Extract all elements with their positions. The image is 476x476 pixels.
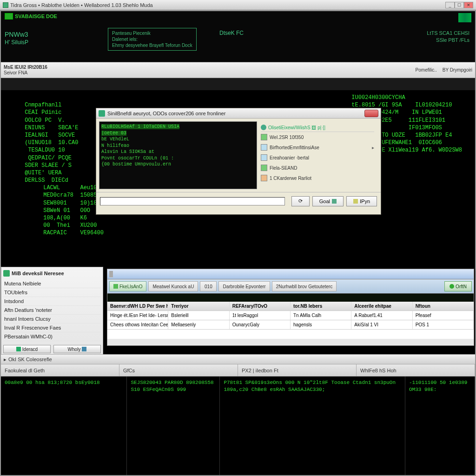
mid-tab-3[interactable]: Darbrobile Epvonterr <box>218 281 270 291</box>
side-btn-1[interactable]: Ideracd <box>3 345 51 353</box>
menu-right-2[interactable]: BY Drympgoiri <box>443 67 472 73</box>
dialog-left-line: Povnt osocarTr COULn (01 : <box>101 155 255 162</box>
globe-icon <box>261 125 266 130</box>
side-panel-title: MiB deveksil Neresee <box>12 271 64 276</box>
app-logo: SVABAISGE DOE <box>5 13 57 20</box>
mid-tab-4[interactable]: 2Nurhwbll brov Getouteterc <box>272 281 337 291</box>
menu-right-1[interactable]: Pomefilic.. <box>416 67 437 73</box>
os-titlebar: Tidra Gross • Rablothe Uelden • Wellabor… <box>0 0 476 10</box>
table-cell: Tn AMla Calh <box>291 311 351 320</box>
dialog-left-line: {00 bostime UHnpvoulu.ern <box>101 161 255 168</box>
check-icon <box>450 284 454 289</box>
close-button[interactable]: ✕ <box>464 2 473 8</box>
dialog-right-item-3[interactable]: Flela-SEAND <box>261 163 374 173</box>
mid-tab-1[interactable]: Meatwel Kunock aU <box>148 281 198 291</box>
table-cell: Bslerieill <box>168 311 229 320</box>
dialog-button-row: ⟳ Goal IPyn <box>96 192 381 210</box>
dialog-right-item-4[interactable]: 1 CKarderwe Rarliot <box>261 173 374 183</box>
side-btn-2-label: Wholy <box>68 347 81 352</box>
bottom-col-0[interactable]: Faokuleal dl Geth <box>1 364 119 376</box>
side-item-6[interactable]: PBersatain WMhC-0) <box>3 332 101 341</box>
side-item-3[interactable]: Aftn Deatlurs 'noteter <box>3 306 101 315</box>
dialog-left-line: N hilifeao <box>101 143 255 149</box>
collapse-icon[interactable]: ▸ <box>4 357 7 363</box>
dialog-left-line: |oetee 03 <box>101 130 255 137</box>
dialog-right-item-0[interactable]: WeI.2SR 10f350 <box>261 132 374 142</box>
logo-text: SVABAISGE DOE <box>15 13 57 19</box>
dialog-titlebar[interactable]: SinilBnefdl aeuryot, ODOs corover206 onr… <box>96 108 381 119</box>
dialog-right-item-2[interactable]: Ereahoanier ·bertal <box>261 152 374 163</box>
side-item-5[interactable]: Inval R Frescenove Faes <box>3 324 101 332</box>
col-header-5[interactable]: Nftoun <box>413 302 474 311</box>
item-label: BirfhortedEmnfittinsiAse <box>270 145 319 150</box>
bottom-col-3[interactable]: WhlFe8 hS Hoh <box>357 364 475 376</box>
bottom-col-2[interactable]: PX2 | iIedbon Ft <box>238 364 357 376</box>
side-btn-2[interactable]: Wholy <box>53 345 101 353</box>
bottom-body: 00a8e9 00 hsa 813;8720 bsEy0018 SEJS8200… <box>1 377 475 475</box>
mid-tab-3-label: Darbrobile Epvonterr <box>223 284 265 289</box>
mid-tab-2[interactable]: 010 <box>200 281 217 291</box>
bottom-pane-1: SEJS820043 PAR80D 898208S58 S10 ESFeQACn… <box>127 377 220 475</box>
top-ribbon: SVABAISGE DOE PNWw3 H' SiluisP Panteseu … <box>1 11 475 62</box>
bottom-col-1[interactable]: GfCs <box>119 364 238 376</box>
menu-left-1: MsE IEUI2 IRt20B16 <box>4 65 47 70</box>
table-row[interactable]: Hinge ét.IEsn Flet Ide- LersnnBslerieill… <box>107 311 474 320</box>
dialog-ok-button[interactable]: Goal <box>312 196 344 206</box>
mid-tab-2-label: 010 <box>205 284 212 289</box>
table-header-row: Baenvr:dWH LD Per Swe hvednvTreriyorREFA… <box>107 302 474 311</box>
mid-window-titlebar[interactable] <box>107 269 474 279</box>
menu-left: MsE IEUI2 IRt20B16 Seivor FNA <box>4 65 47 76</box>
link-icon <box>82 347 86 351</box>
item-icon <box>261 134 267 140</box>
mid-ok-button[interactable]: OrftN <box>444 281 472 291</box>
maximize-button[interactable]: ☐ <box>455 2 464 8</box>
app-title: Tidra Gross • Rablothe Uelden • Wellabor… <box>10 2 153 8</box>
bottom-pane-0: 00a8e9 00 hsa 813;8720 bsEy0018 <box>1 377 127 475</box>
mid-tab-0[interactable]: FkeLlsAnO <box>109 281 146 291</box>
ribbon-info-1: Panteseu Piecenik <box>112 30 192 36</box>
col-header-1[interactable]: Treriyor <box>168 302 229 311</box>
item-icon <box>261 165 267 171</box>
table-cell: hagensls <box>291 320 351 329</box>
dialog-left-line: Alsvin La SIOKSa at <box>101 149 255 155</box>
table-cell: POS 1 <box>413 320 474 329</box>
mid-tab-strip: FkeLlsAnO Meatwel Kunock aU 010 Darbrobi… <box>107 279 474 293</box>
mid-tab-4-label: 2Nurhwbll brov Getouteterc <box>276 284 333 289</box>
item-label: 1 CKarderwe Rarliot <box>270 176 311 181</box>
table-cell: AkiS/al 1 VI <box>351 320 412 329</box>
side-item-2[interactable]: Intsdond <box>3 297 101 306</box>
ribbon-info-box: Panteseu Piecenik Dalenet iels: Ehrny de… <box>108 28 197 51</box>
col-header-2[interactable]: REFArarylTOvO <box>230 302 291 311</box>
col-header-0[interactable]: Baenvr:dWH LD Per Swe hvednv <box>107 302 168 311</box>
shield-icon <box>3 270 10 277</box>
minimize-button[interactable]: _ <box>445 2 455 8</box>
side-item-4[interactable]: hnanl Intoers Clucsy <box>3 315 101 324</box>
bottom-pane-3: -11011100 50 1e0389 OM33 98E: <box>405 377 475 475</box>
bolt-icon <box>353 199 358 204</box>
chevron-right-icon: ▸ <box>372 145 374 150</box>
dialog-loading-button[interactable]: ⟳ <box>291 196 310 206</box>
ribbon-rt-2: SSle PBT /FLs <box>427 37 469 44</box>
dialog-icon <box>99 110 105 117</box>
mid-tab-1-label: Meatwel Kunock aU <box>152 284 194 289</box>
side-panel-header: MiB deveksil Neresee <box>3 270 101 277</box>
ribbon-left-2: H' SiluisP <box>5 39 28 46</box>
dialog-close-button[interactable] <box>364 110 378 117</box>
menu-right: Pomefilic.. BY Drympgoiri <box>416 67 472 73</box>
side-item-1[interactable]: TOUblefrs <box>3 288 101 297</box>
side-item-0[interactable]: Mutena Nelbiele <box>3 279 101 288</box>
item-label: Flela-SEAND <box>270 165 297 171</box>
doc-icon <box>113 284 118 289</box>
menu-left-2: Seivor FNA <box>4 70 47 76</box>
term-col-left: Cnmpafhanll CEAI Pdinic OOLC0 PC V. ENIU… <box>25 101 78 184</box>
ribbon-info-3: Ehrny desyvehee Brayefl Teforun Dock <box>112 42 192 48</box>
bottom-header-label: OkI SK Coleosrefle <box>8 357 52 362</box>
col-header-4[interactable]: Alceerile ehitpae <box>351 302 412 311</box>
table-row[interactable]: Chees othows Intecitan CeepMellaesenlyOu… <box>107 320 474 330</box>
dialog-apply-button[interactable]: IPyn <box>346 196 377 206</box>
dialog-right-item-1[interactable]: BirfhortedEmnfittinsiAse▸ <box>261 142 374 152</box>
item-label: WeI.2SR 10f350 <box>270 135 304 140</box>
col-header-3[interactable]: tor.NB Iebers <box>291 302 351 311</box>
bottom-header: ▸ OkI SK Coleosrefle <box>1 354 475 364</box>
play-icon <box>16 347 21 351</box>
